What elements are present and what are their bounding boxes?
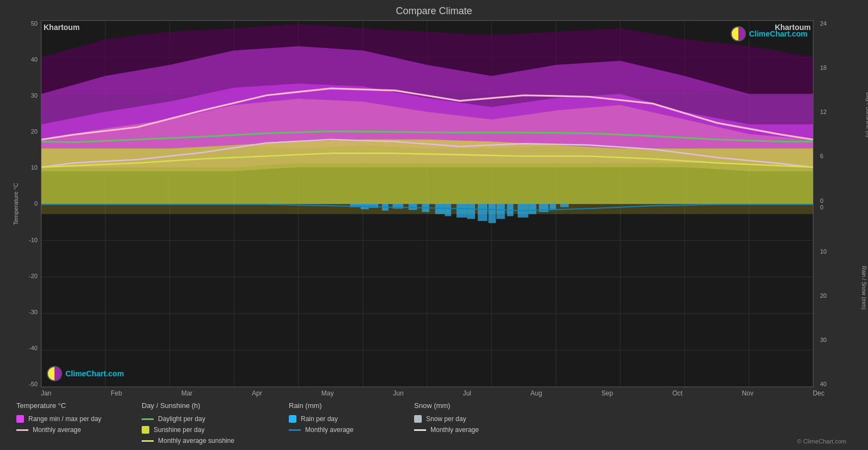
location-label-left: Khartoum [44,23,80,32]
y-axis-right: 24 18 12 6 0 0 10 20 30 40 Day / Sunshin… [814,20,857,387]
legend-sunshine-title: Day / Sunshine (h) [142,401,272,410]
svg-rect-44 [488,204,496,223]
svg-rect-42 [467,204,475,219]
chart-area: Temperature °C 50 40 30 20 10 0 -10 -20 … [11,20,857,387]
legend-temp-range-swatch [16,415,24,423]
legend-temp-avg-swatch [16,429,28,431]
watermark-top-right: ClimeChart.com [731,26,808,41]
legend-daylight: Daylight per day [142,415,272,423]
legend-snow-avg-label: Monthly average [430,426,479,434]
legend-rain-per-day-label: Rain per day [301,415,338,423]
svg-rect-39 [435,204,445,214]
copyright-text: © ClimeChart.com [797,438,846,445]
legend-sunshine-avg-label: Monthly average sunshine [158,437,234,445]
legend-rain-avg-swatch [289,429,301,431]
legend-snow-swatch [414,415,422,423]
right-axis-sunshine-label: Day / Sunshine (h) [865,92,868,137]
legend-area: Temperature °C Range min / max per day M… [11,401,857,445]
legend-daylight-label: Daylight per day [158,415,205,423]
legend-temperature: Temperature °C Range min / max per day M… [16,401,125,445]
legend-snow-avg-swatch [414,429,426,431]
x-axis: Jan Feb Mar Apr May Jun Jul Aug Sep Oct … [41,387,824,397]
legend-sunshine: Day / Sunshine (h) Daylight per day Suns… [142,401,272,445]
svg-rect-49 [539,204,549,212]
watermark-bottom-left: ClimeChart.com [47,366,124,381]
legend-temp-avg: Monthly average [16,426,125,434]
svg-rect-51 [560,204,569,207]
legend-sunshine-swatch [142,426,149,434]
svg-rect-41 [457,204,468,218]
legend-snow-per-day-label: Snow per day [426,415,466,423]
logo-bottom-left [47,366,62,381]
svg-marker-30 [41,140,813,204]
svg-rect-48 [529,204,537,214]
legend-sunshine-per-day-label: Sunshine per day [154,426,204,434]
chart-svg [41,21,813,387]
legend-temp-range: Range min / max per day [16,415,125,423]
chart-plot-area: Khartoum Khartoum ClimeChart.com ClimeCh… [41,20,814,387]
legend-rain-title: Rain (mm) [289,401,398,410]
legend-sunshine-avg: Monthly average sunshine [142,437,272,445]
copyright-area: © ClimeChart.com [539,401,857,445]
svg-rect-45 [496,204,505,219]
legend-temperature-title: Temperature °C [16,401,125,410]
svg-rect-36 [393,204,404,209]
legend-snow-per-day: Snow per day [414,415,523,423]
legend-temp-avg-label: Monthly average [33,426,81,434]
legend-daylight-swatch [142,418,154,420]
svg-rect-43 [478,204,488,221]
legend-rain-swatch [289,415,296,423]
svg-rect-50 [550,204,556,209]
logo-top-right [731,26,746,41]
legend-snow-title: Snow (mm) [414,401,523,410]
y-axis-left: Temperature °C 50 40 30 20 10 0 -10 -20 … [11,20,41,387]
right-axis-rain-label: Rain / Snow (mm) [860,266,866,309]
svg-rect-37 [409,204,417,210]
chart-title: Compare Climate [11,5,857,17]
legend-rain: Rain (mm) Rain per day Monthly average [289,401,398,445]
legend-rain-avg-label: Monthly average [305,426,354,434]
legend-snow: Snow (mm) Snow per day Monthly average [414,401,523,445]
legend-sunshine-per-day: Sunshine per day [142,426,272,434]
y-label-left-rotated: Temperature °C [13,183,19,225]
legend-rain-avg: Monthly average [289,426,398,434]
legend-sunshine-avg-swatch [142,440,154,442]
legend-rain-per-day: Rain per day [289,415,398,423]
legend-temp-range-label: Range min / max per day [28,415,101,423]
svg-rect-40 [445,204,451,217]
legend-snow-avg: Monthly average [414,426,523,434]
